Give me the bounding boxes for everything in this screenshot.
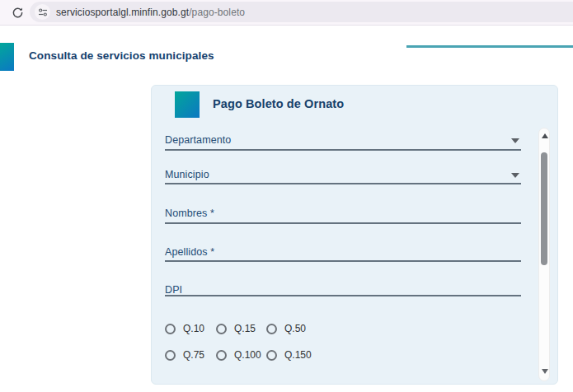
tune-icon <box>38 7 48 17</box>
chevron-down-icon[interactable] <box>511 173 519 178</box>
browser-window: serviciosportalgl.minfin.gob.gt/pago-bol… <box>0 0 573 392</box>
chevron-down-icon[interactable] <box>511 138 519 143</box>
url-bar[interactable]: serviciosportalgl.minfin.gob.gt/pago-bol… <box>30 2 573 22</box>
radio-circle-icon <box>216 350 227 361</box>
radio-q150[interactable]: Q.150 <box>266 349 312 361</box>
header-teal-rule <box>406 45 573 48</box>
apellidos-field-label: Apellidos * <box>165 246 214 258</box>
radio-q50-label: Q.50 <box>284 323 306 334</box>
departamento-select-label: Departamento <box>165 134 231 146</box>
apellidos-field[interactable] <box>165 260 521 262</box>
dpi-field-label: DPI <box>165 284 182 296</box>
reload-button[interactable] <box>8 3 26 21</box>
radio-q75-label: Q.75 <box>183 349 204 361</box>
radio-q10[interactable]: Q.10 <box>165 323 204 334</box>
url-display[interactable]: serviciosportalgl.minfin.gob.gt/pago-bol… <box>56 2 245 22</box>
departamento-select[interactable] <box>165 149 521 151</box>
dpi-field[interactable] <box>165 295 521 296</box>
radio-q75[interactable]: Q.75 <box>165 349 204 361</box>
arrow-down-icon[interactable] <box>542 369 548 374</box>
radio-circle-icon <box>165 324 176 334</box>
radio-circle-icon <box>266 350 277 361</box>
scrollbar-thumb[interactable] <box>541 152 547 265</box>
radio-q15[interactable]: Q.15 <box>216 323 256 334</box>
site-info-button[interactable] <box>35 4 50 20</box>
reload-icon <box>12 7 24 19</box>
radio-q100-label: Q.100 <box>234 349 261 361</box>
radio-q100[interactable]: Q.100 <box>216 349 261 361</box>
header-accent-square <box>0 43 14 71</box>
radio-q150-label: Q.150 <box>284 349 312 361</box>
nombres-field-label: Nombres * <box>165 208 214 219</box>
radio-circle-icon <box>216 324 227 334</box>
radio-q50[interactable]: Q.50 <box>266 323 306 334</box>
url-path: /pago-boleto <box>189 7 245 18</box>
radio-circle-icon <box>165 350 176 361</box>
pago-boleto-card <box>151 85 558 385</box>
arrow-up-icon[interactable] <box>542 133 548 138</box>
radio-q10-label: Q.10 <box>183 323 204 334</box>
radio-circle-icon <box>266 324 277 334</box>
radio-q15-label: Q.15 <box>234 323 256 334</box>
municipio-select[interactable] <box>165 183 521 184</box>
nombres-field[interactable] <box>165 222 521 224</box>
url-domain: serviciosportalgl.minfin.gob.gt <box>56 7 189 18</box>
card-scrollbar[interactable] <box>538 128 550 381</box>
browser-toolbar: serviciosportalgl.minfin.gob.gt/pago-bol… <box>0 0 573 26</box>
card-accent-icon <box>175 91 200 118</box>
municipio-select-label: Municipio <box>165 169 209 180</box>
card-title: Pago Boleto de Ornato <box>213 97 344 110</box>
page-title: Consulta de servicios municipales <box>29 49 214 62</box>
